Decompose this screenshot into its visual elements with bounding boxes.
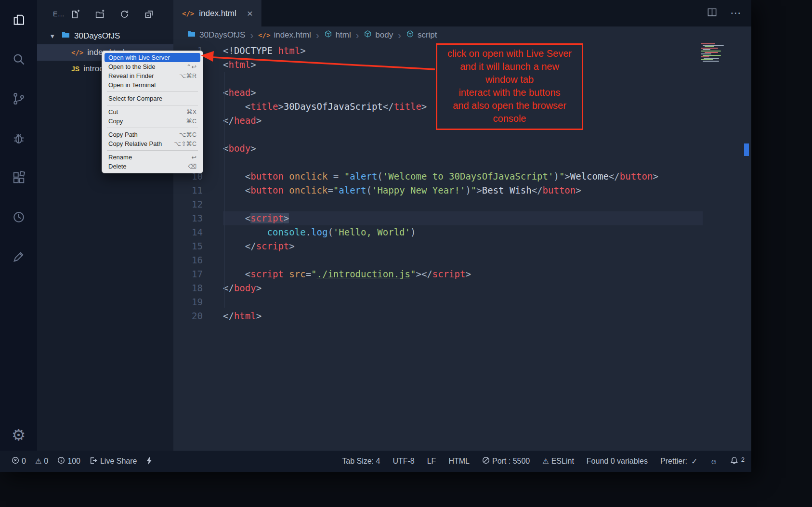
menu-item-copy-path[interactable]: Copy Path⌥⌘C [105, 130, 200, 139]
menu-item-label: Copy Relative Path [108, 140, 162, 147]
status-feedback[interactable]: ☺ [710, 457, 717, 466]
settings-gear-icon[interactable]: ⚙ [12, 427, 26, 443]
refresh-icon[interactable] [119, 9, 130, 19]
status-label: 2 [741, 456, 745, 463]
menu-separator [107, 150, 198, 151]
menu-item-rename[interactable]: Rename↩ [105, 153, 200, 162]
menu-item-cut[interactable]: Cut⌘X [105, 107, 200, 117]
live-share-icon [90, 456, 98, 467]
source-control-icon[interactable] [11, 91, 26, 106]
more-actions-icon[interactable]: ⋯ [730, 7, 742, 20]
menu-item-open-to-the-side[interactable]: Open to the Side⌃↩ [105, 62, 200, 71]
activity-bar-bottom: ⚙ [0, 427, 37, 443]
status-variables[interactable]: Found 0 variables [587, 457, 648, 466]
annotation-text-line: interact with the buttons [437, 86, 582, 99]
new-folder-icon[interactable] [95, 9, 105, 19]
status-eslint[interactable]: ⚠ESLint [542, 457, 574, 466]
line-number: 16 [173, 253, 203, 267]
line-number: 15 [173, 239, 203, 253]
status-warnings[interactable]: ⚠0 [35, 457, 48, 466]
menu-item-open-in-terminal[interactable]: Open in Terminal [105, 80, 200, 90]
code-line-11[interactable]: 11 <button onclick="alert('Happy New Yea… [173, 183, 751, 197]
line-number: 12 [173, 197, 203, 211]
code-line-content: <!DOCTYPE html> [223, 44, 306, 58]
code-line-18[interactable]: 18</body> [173, 281, 751, 295]
annotation-box: click on open with Live Severand it will… [436, 43, 583, 130]
code-line-12[interactable]: 12 [173, 197, 751, 211]
run-debug-icon[interactable] [11, 130, 26, 146]
search-icon[interactable] [11, 52, 26, 67]
menu-separator [107, 91, 198, 92]
pencil-icon[interactable] [11, 249, 26, 264]
status-tab-size[interactable]: Tab Size: 4 [342, 457, 380, 466]
code-line-14[interactable]: 14 console.log('Hello, World') [173, 225, 751, 239]
tab-index-html[interactable]: </> index.html × [173, 0, 262, 26]
menu-item-copy[interactable]: Copy⌘C [105, 117, 200, 126]
breadcrumb-item-index-html[interactable]: </>index.html [258, 30, 311, 40]
menu-item-copy-relative-path[interactable]: Copy Relative Path⌥⇧⌘C [105, 139, 200, 148]
status-notifications[interactable]: 2 [730, 456, 745, 467]
status-live-share[interactable]: Live Share [90, 456, 137, 467]
menu-item-open-with-live-server[interactable]: Open with Live Server [105, 53, 200, 62]
breadcrumb-item-html[interactable]: html [324, 30, 351, 40]
warning-icon: ⚠ [542, 457, 549, 466]
breadcrumb-label: 30DaysOfJS [199, 30, 245, 40]
code-line-13[interactable]: 13 <script> [173, 211, 751, 225]
folder-row-30daysofjs[interactable]: ▾ 30DaysOfJS [37, 28, 173, 44]
code-line-8[interactable]: 8<body> [173, 142, 751, 156]
status-label: Port : 5500 [492, 457, 530, 466]
breadcrumb-separator: › [356, 30, 359, 41]
code-line-content: <script> [223, 211, 703, 225]
menu-item-select-for-compare[interactable]: Select for Compare [105, 94, 200, 103]
status-label: UTF-8 [393, 457, 414, 466]
explorer-toolbar [70, 9, 154, 19]
split-editor-icon[interactable] [707, 7, 718, 20]
status-prettier[interactable]: Prettier:✓ [660, 457, 697, 466]
status-language[interactable]: HTML [448, 457, 470, 466]
menu-item-label: Open to the Side [108, 63, 156, 70]
status-label: ESLint [551, 457, 574, 466]
code-line-10[interactable]: 10 <button onclick = "alert('Welcome to … [173, 169, 751, 183]
menu-item-shortcut: ⌘C [186, 117, 196, 125]
code-line-16[interactable]: 16 [173, 253, 751, 267]
code-line-9[interactable]: 9 [173, 156, 751, 169]
status-info[interactable]: 100 [57, 456, 80, 466]
scrollbar-marker[interactable] [744, 143, 749, 156]
activity-bar: ⚙ [0, 0, 37, 451]
menu-item-label: Copy [108, 117, 123, 125]
status-port[interactable]: Port : 5500 [482, 456, 530, 466]
status-eol[interactable]: LF [427, 457, 436, 466]
status-left: 0⚠0100Live Share [0, 456, 153, 467]
status-encoding[interactable]: UTF-8 [393, 457, 414, 466]
breadcrumb-item-script[interactable]: script [406, 30, 437, 40]
code-line-19[interactable]: 19 [173, 295, 751, 309]
code-line-content: </body> [223, 281, 262, 295]
collapse-all-icon[interactable] [144, 9, 154, 19]
breadcrumb-item-30daysofjs[interactable]: 30DaysOfJS [187, 29, 245, 41]
code-icon: </> [258, 31, 270, 39]
minimap[interactable] [701, 43, 744, 65]
symbol-cube-icon [406, 30, 414, 40]
menu-item-label: Delete [108, 163, 127, 170]
menu-item-delete[interactable]: Delete⌫ [105, 162, 200, 171]
menu-item-reveal-in-finder[interactable]: Reveal in Finder⌥⌘R [105, 71, 200, 80]
new-file-icon[interactable] [70, 9, 80, 19]
status-errors[interactable]: 0 [12, 456, 26, 466]
extensions-icon[interactable] [11, 170, 26, 185]
code-line-17[interactable]: 17 <script src="./introduction.js"></scr… [173, 267, 751, 281]
code-line-20[interactable]: 20</html> [173, 309, 751, 323]
status-label: HTML [448, 457, 470, 466]
line-number: 18 [173, 281, 203, 295]
explorer-title: E… [53, 10, 65, 18]
status-bar: 0⚠0100Live Share Tab Size: 4UTF-8LFHTMLP… [0, 451, 751, 472]
breadcrumb-item-body[interactable]: body [364, 30, 393, 40]
code-line-15[interactable]: 15 </script> [173, 239, 751, 253]
history-icon[interactable] [11, 209, 26, 225]
status-go-live[interactable] [146, 456, 153, 467]
code-line-content: <head> [223, 86, 256, 100]
line-number: 11 [173, 183, 203, 197]
status-label: 0 [22, 457, 26, 466]
close-icon[interactable]: × [247, 8, 253, 19]
breadcrumb-label: html [336, 30, 351, 40]
files-icon[interactable] [11, 12, 26, 27]
